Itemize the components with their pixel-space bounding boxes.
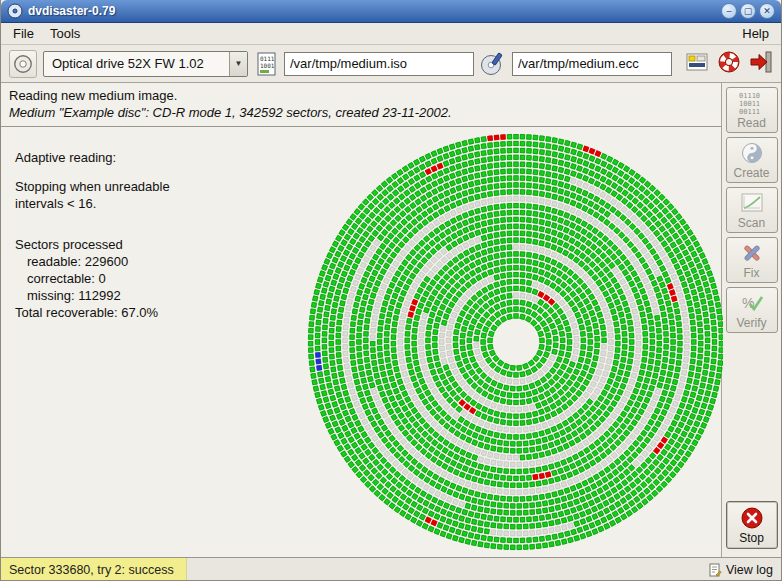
sectors-missing: missing: 112992 — [15, 287, 170, 304]
create-button[interactable]: Create — [726, 137, 778, 183]
ecc-file-icon — [480, 51, 506, 77]
verify-button[interactable]: % Verify — [726, 287, 778, 333]
fix-tools-icon — [740, 241, 764, 265]
stopping-line1: Stopping when unreadable — [15, 178, 170, 195]
read-button-label: Read — [737, 116, 766, 130]
statusbar: Sector 333680, try 2: success View log — [1, 557, 781, 581]
chevron-down-icon[interactable]: ▼ — [229, 52, 247, 76]
operation-title: Reading new medium image. — [9, 88, 713, 103]
toolbar: Optical drive 52X FW 1.02 ▼ 0111 1001 — [1, 45, 781, 83]
menu-file[interactable]: File — [5, 24, 42, 43]
drive-status-button[interactable] — [9, 50, 37, 78]
sidebar: 01110 10011 00111 Read Create — [721, 83, 781, 557]
help-button[interactable] — [717, 50, 741, 77]
scan-button[interactable]: Scan — [726, 187, 778, 233]
create-button-label: Create — [733, 166, 769, 180]
stopping-line2: intervals < 16. — [15, 195, 170, 212]
exit-arrow-icon — [749, 50, 773, 74]
sectors-correctable: correctable: 0 — [15, 270, 170, 287]
drive-select-value: Optical drive 52X FW 1.02 — [44, 56, 229, 71]
total-recoverable: Total recoverable: 67.0% — [15, 304, 170, 321]
lifebuoy-icon — [717, 50, 741, 74]
scan-button-label: Scan — [738, 216, 765, 230]
app-icon — [7, 3, 23, 19]
sectors-heading: Sectors processed — [15, 236, 170, 253]
main-area: Reading new medium image. Medium "Exampl… — [1, 83, 721, 557]
scan-chart-icon — [740, 191, 764, 215]
svg-text:01110: 01110 — [739, 92, 760, 100]
fix-button[interactable]: Fix — [726, 237, 778, 283]
menu-tools[interactable]: Tools — [42, 24, 88, 43]
disc-spiral — [286, 128, 723, 556]
close-button[interactable]: ✕ — [759, 3, 775, 19]
toolbar-right — [685, 50, 773, 77]
app-window: dvdisaster-0.79 – ▢ ✕ File Tools Help Op… — [0, 0, 782, 581]
window-title: dvdisaster-0.79 — [28, 4, 115, 18]
maximize-button[interactable]: ▢ — [740, 3, 756, 19]
adaptive-reading-heading: Adaptive reading: — [15, 149, 170, 166]
preferences-button[interactable] — [685, 50, 709, 77]
stop-icon — [740, 506, 764, 530]
verify-button-label: Verify — [736, 316, 766, 330]
log-icon — [708, 563, 722, 577]
sectors-readable: readable: 229600 — [15, 253, 170, 270]
medium-info: Medium "Example disc": CD-R mode 1, 3425… — [9, 105, 713, 120]
drive-select[interactable]: Optical drive 52X FW 1.02 ▼ — [43, 51, 248, 77]
titlebar: dvdisaster-0.79 – ▢ ✕ — [1, 0, 781, 23]
menu-help[interactable]: Help — [734, 24, 777, 43]
stop-button[interactable]: Stop — [726, 501, 778, 549]
read-binary-icon: 01110 10011 00111 — [736, 91, 768, 115]
svg-text:0111: 0111 — [260, 55, 275, 62]
reading-area: Adaptive reading: Stopping when unreadab… — [1, 127, 721, 557]
svg-text:1001: 1001 — [260, 62, 275, 69]
svg-text:10011: 10011 — [739, 100, 760, 108]
svg-text:00111: 00111 — [739, 108, 760, 115]
menubar: File Tools Help — [1, 23, 781, 45]
fix-button-label: Fix — [744, 266, 760, 280]
iso-file-icon: 0111 1001 — [254, 51, 278, 77]
verify-check-icon: % — [740, 291, 764, 315]
drive-icon — [12, 53, 34, 75]
ecc-path-input[interactable] — [512, 52, 672, 76]
reading-stats: Adaptive reading: Stopping when unreadab… — [15, 149, 170, 321]
stop-button-label: Stop — [739, 531, 764, 545]
view-log-button[interactable]: View log — [700, 563, 781, 577]
minimize-button[interactable]: – — [721, 3, 737, 19]
body: Reading new medium image. Medium "Exampl… — [1, 83, 781, 557]
operation-status-panel: Reading new medium image. Medium "Exampl… — [1, 83, 721, 127]
status-message: Sector 333680, try 2: success — [1, 558, 187, 581]
view-log-label: View log — [726, 563, 773, 577]
read-button[interactable]: 01110 10011 00111 Read — [726, 87, 778, 133]
quit-button[interactable] — [749, 50, 773, 77]
iso-path-input[interactable] — [284, 52, 474, 76]
create-yinyang-icon — [740, 141, 764, 165]
preferences-icon — [685, 50, 709, 74]
window-controls: – ▢ ✕ — [721, 3, 775, 19]
